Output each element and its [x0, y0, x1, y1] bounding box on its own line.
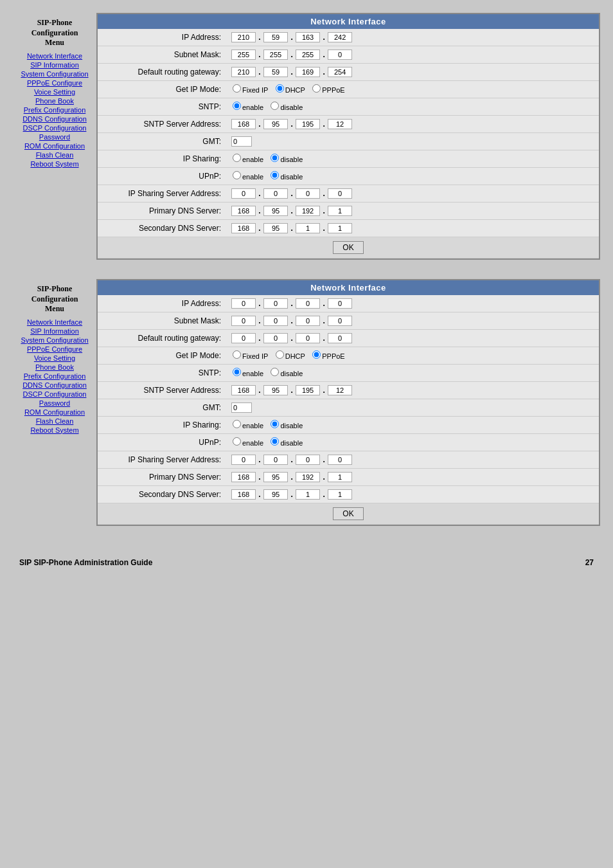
- radio-ipshare-disable-2[interactable]: [271, 420, 279, 428]
- radio-upnp-disable-1[interactable]: [271, 171, 279, 179]
- sidebar-item-password[interactable]: Password: [17, 399, 93, 407]
- sub1-oct1[interactable]: [231, 50, 256, 60]
- sidebar-item-flash-clean[interactable]: Flash Clean: [17, 151, 93, 159]
- sdns1-oct1[interactable]: [231, 223, 256, 233]
- sub2-oct4[interactable]: [328, 316, 352, 326]
- gw1-oct1[interactable]: [231, 67, 256, 77]
- pdns2-oct3[interactable]: [296, 472, 320, 482]
- sidebar-item-network-interface[interactable]: Network Interface: [17, 52, 93, 60]
- sidebar-item-phone-book[interactable]: Phone Book: [17, 97, 93, 105]
- ips1-oct1[interactable]: [231, 188, 256, 199]
- sntp1-oct1[interactable]: [231, 119, 256, 129]
- sidebar-item-system-configuration[interactable]: System Configuration: [17, 70, 93, 78]
- ips2-oct4[interactable]: [328, 455, 352, 465]
- sdns1-oct4[interactable]: [328, 223, 352, 233]
- ips1-oct2[interactable]: [263, 188, 288, 199]
- ips2-oct2[interactable]: [263, 455, 288, 465]
- sidebar-item-voice-setting[interactable]: Voice Setting: [17, 88, 93, 96]
- radio-sntp-enable-1[interactable]: [233, 102, 241, 110]
- sidebar-item-prefix-configuration[interactable]: Prefix Configuration: [17, 372, 93, 380]
- radio-fixed-ip-1[interactable]: [233, 84, 241, 93]
- ip2-oct2[interactable]: [263, 298, 288, 309]
- gmt1-input[interactable]: [231, 136, 252, 147]
- sub2-oct3[interactable]: [296, 316, 320, 326]
- sidebar-item-dscp-configuration[interactable]: DSCP Configuration: [17, 390, 93, 398]
- sub2-oct2[interactable]: [263, 316, 288, 326]
- sidebar-item-reboot-system[interactable]: Reboot System: [17, 426, 93, 434]
- sntp2-oct1[interactable]: [231, 385, 256, 395]
- sdns2-oct1[interactable]: [231, 489, 256, 500]
- radio-sntp-enable-2[interactable]: [233, 368, 241, 376]
- sidebar-item-ddns-configuration[interactable]: DDNS Configuration: [17, 115, 93, 123]
- pdns1-oct4[interactable]: [328, 206, 352, 216]
- ips2-oct3[interactable]: [296, 455, 320, 465]
- ip1-oct4[interactable]: [328, 32, 352, 42]
- sidebar-item-network-interface[interactable]: Network Interface: [17, 318, 93, 326]
- sidebar-item-reboot-system[interactable]: Reboot System: [17, 160, 93, 168]
- ip2-oct4[interactable]: [328, 298, 352, 309]
- sidebar-item-sip-information[interactable]: SIP Information: [17, 327, 93, 335]
- radio-upnp-enable-2[interactable]: [233, 437, 241, 446]
- sdns2-oct3[interactable]: [296, 489, 320, 500]
- sdns2-oct2[interactable]: [263, 489, 288, 500]
- radio-ipshare-enable-1[interactable]: [233, 154, 241, 162]
- sidebar-item-dscp-configuration[interactable]: DSCP Configuration: [17, 124, 93, 132]
- ips2-oct1[interactable]: [231, 455, 256, 465]
- sntp2-oct2[interactable]: [263, 385, 288, 395]
- gw1-oct2[interactable]: [263, 67, 288, 77]
- gw1-oct3[interactable]: [296, 67, 320, 77]
- ip1-oct2[interactable]: [263, 32, 288, 42]
- gw2-oct2[interactable]: [263, 333, 288, 343]
- sidebar-item-password[interactable]: Password: [17, 133, 93, 141]
- gmt2-input[interactable]: [231, 402, 252, 413]
- pdns2-oct1[interactable]: [231, 472, 256, 482]
- sntp1-oct3[interactable]: [296, 119, 320, 129]
- sidebar-item-flash-clean[interactable]: Flash Clean: [17, 417, 93, 425]
- pdns2-oct2[interactable]: [263, 472, 288, 482]
- sidebar-item-rom-configuration[interactable]: ROM Configuration: [17, 142, 93, 150]
- sdns1-oct2[interactable]: [263, 223, 288, 233]
- pdns1-oct1[interactable]: [231, 206, 256, 216]
- sntp2-oct4[interactable]: [328, 385, 352, 395]
- pdns1-oct2[interactable]: [263, 206, 288, 216]
- radio-pppoe-1[interactable]: [312, 84, 321, 93]
- ip2-oct1[interactable]: [231, 298, 256, 309]
- sidebar-item-prefix-configuration[interactable]: Prefix Configuration: [17, 106, 93, 114]
- ip1-oct1[interactable]: [231, 32, 256, 42]
- radio-dhcp-1[interactable]: [276, 84, 284, 93]
- gw2-oct1[interactable]: [231, 333, 256, 343]
- sntp2-oct3[interactable]: [296, 385, 320, 395]
- sidebar-item-system-configuration[interactable]: System Configuration: [17, 336, 93, 344]
- sub1-oct2[interactable]: [263, 50, 288, 60]
- radio-ipshare-enable-2[interactable]: [233, 420, 241, 428]
- radio-ipshare-disable-1[interactable]: [271, 154, 279, 162]
- sidebar-item-voice-setting[interactable]: Voice Setting: [17, 354, 93, 362]
- sntp1-oct4[interactable]: [328, 119, 352, 129]
- gw1-oct4[interactable]: [328, 67, 352, 77]
- gw2-oct4[interactable]: [328, 333, 352, 343]
- pdns1-oct3[interactable]: [296, 206, 320, 216]
- ip2-oct3[interactable]: [296, 298, 320, 309]
- radio-dhcp-2[interactable]: [276, 350, 284, 359]
- radio-sntp-disable-1[interactable]: [271, 102, 279, 110]
- sub1-oct3[interactable]: [296, 50, 320, 60]
- radio-fixed-ip-2[interactable]: [233, 350, 241, 359]
- ok-button-1[interactable]: OK: [333, 241, 363, 254]
- radio-pppoe-2[interactable]: [312, 350, 321, 359]
- ips1-oct4[interactable]: [328, 188, 352, 199]
- sidebar-item-rom-configuration[interactable]: ROM Configuration: [17, 408, 93, 416]
- pdns2-oct4[interactable]: [328, 472, 352, 482]
- sub2-oct1[interactable]: [231, 316, 256, 326]
- radio-upnp-enable-1[interactable]: [233, 171, 241, 179]
- sdns2-oct4[interactable]: [328, 489, 352, 500]
- sdns1-oct3[interactable]: [296, 223, 320, 233]
- sidebar-item-pppoe-configure[interactable]: PPPoE Configure: [17, 79, 93, 87]
- radio-sntp-disable-2[interactable]: [271, 368, 279, 376]
- ok-button-2[interactable]: OK: [333, 507, 363, 520]
- sidebar-item-pppoe-configure[interactable]: PPPoE Configure: [17, 345, 93, 353]
- sidebar-item-phone-book[interactable]: Phone Book: [17, 363, 93, 371]
- radio-upnp-disable-2[interactable]: [271, 437, 279, 446]
- ip1-oct3[interactable]: [296, 32, 320, 42]
- gw2-oct3[interactable]: [296, 333, 320, 343]
- sidebar-item-sip-information[interactable]: SIP Information: [17, 61, 93, 69]
